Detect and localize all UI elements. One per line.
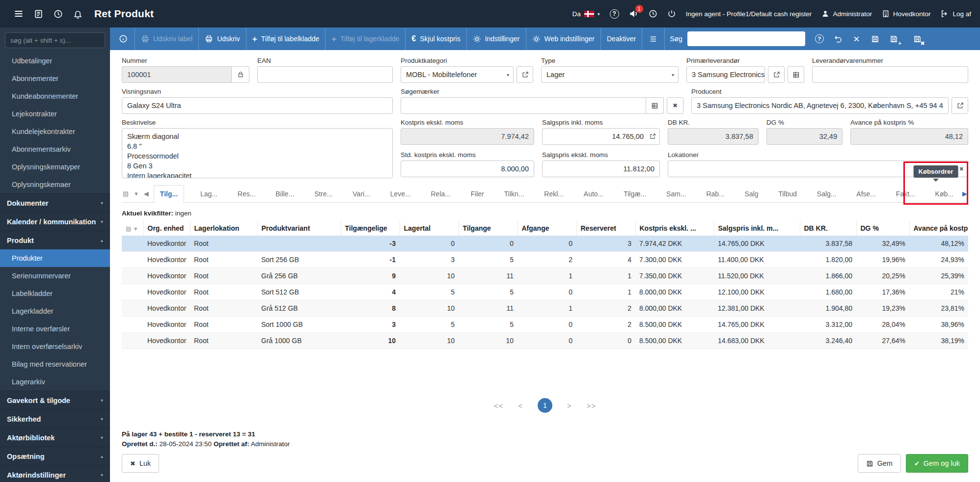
table-row[interactable]: Hovedkontor Root Sort 1000 GB 3 5 5 0 2 … bbox=[122, 317, 968, 333]
tab[interactable]: Afse... bbox=[852, 186, 880, 202]
help-button[interactable]: ? bbox=[610, 9, 619, 19]
save-record-button[interactable] bbox=[866, 27, 885, 50]
sidebar-search-input[interactable] bbox=[5, 32, 105, 48]
tab[interactable]: Tilg... bbox=[154, 185, 184, 203]
chevron-down-icon[interactable]: ▾ bbox=[940, 165, 943, 172]
sidebar-item[interactable]: Lejekontrakter bbox=[0, 105, 110, 123]
col-afgange[interactable]: Afgange bbox=[517, 221, 576, 236]
page-next-button[interactable]: > bbox=[567, 402, 572, 410]
salgspris-inkl-field[interactable] bbox=[542, 128, 660, 145]
table-row[interactable]: Hovedkontor Root Sort 512 GB 4 5 5 0 1 8… bbox=[122, 284, 968, 300]
produktkategori-select[interactable]: MOBL - Mobiltelefoner bbox=[401, 66, 514, 83]
add-to-stockdraft-button[interactable]: + Tilføj til lagerkladde bbox=[326, 27, 406, 50]
producent-field[interactable] bbox=[691, 97, 949, 114]
save-and-close-button-toolbar[interactable]: ✖ bbox=[908, 27, 927, 50]
sidebar-item[interactable]: Labelkladder bbox=[0, 285, 110, 302]
tab[interactable]: Stre... bbox=[310, 186, 336, 202]
sidebar-item[interactable]: Oplysningskemaer bbox=[0, 176, 110, 193]
clear-locations-icon[interactable]: ✖ bbox=[959, 165, 964, 172]
lokationer-field[interactable] bbox=[668, 161, 968, 177]
add-to-labeldraft-button[interactable]: + Tilføj til labelkladde bbox=[246, 27, 326, 50]
sidebar-item[interactable]: Produkter bbox=[0, 249, 110, 267]
sidebar-item[interactable]: Kalender / kommunikation ▾ bbox=[0, 212, 110, 231]
sidebar-item[interactable]: Intern overførselsarkiv bbox=[0, 338, 110, 355]
tab[interactable]: Køb... bbox=[931, 186, 957, 202]
deactivate-button[interactable]: Deaktiver bbox=[601, 27, 642, 50]
tab[interactable]: Salg bbox=[741, 186, 762, 202]
history-icon[interactable] bbox=[48, 0, 68, 27]
sidebar-item[interactable]: Opsætning ▴ bbox=[0, 447, 110, 465]
edit-supplier-button[interactable] bbox=[768, 66, 785, 83]
salgspris-ekskl-field[interactable] bbox=[542, 161, 660, 177]
sogemaerker-field[interactable] bbox=[401, 97, 646, 114]
table-row[interactable]: Hovedkontor Root Grå 512 GB 8 10 11 1 2 … bbox=[122, 300, 968, 317]
avance-field[interactable] bbox=[850, 128, 968, 145]
std-kostpris-field[interactable] bbox=[401, 161, 534, 177]
col-lagertal[interactable]: Lagertal bbox=[400, 221, 459, 236]
sidebar-item[interactable]: Kundeabonnementer bbox=[0, 87, 110, 105]
col-tilgange[interactable]: Tilgange bbox=[459, 221, 517, 236]
save-button[interactable]: Gem bbox=[858, 454, 901, 473]
col-avance[interactable]: Avance på kostp... bbox=[909, 221, 968, 236]
print-label-button[interactable]: Udskriv label bbox=[135, 27, 199, 50]
col-kostpris[interactable]: Kostpris ekskl. ... bbox=[635, 221, 714, 236]
edit-producer-button[interactable] bbox=[952, 97, 968, 114]
tab[interactable]: Auto... bbox=[580, 186, 607, 202]
sidebar-item[interactable]: Bilag med reservationer bbox=[0, 355, 110, 373]
grid-view-icon[interactable]: ▤ bbox=[123, 190, 129, 197]
table-grid-icon[interactable]: ▤ bbox=[126, 225, 131, 232]
tab[interactable]: Res... bbox=[234, 186, 260, 202]
page-prev-button[interactable]: < bbox=[518, 402, 523, 410]
tags-table-button[interactable] bbox=[646, 97, 664, 114]
primaerleverandor-select[interactable]: 3 Samsung Electronics N... bbox=[686, 66, 765, 83]
web-settings-button[interactable]: Web indstillinger bbox=[526, 27, 601, 50]
sidebar-item[interactable]: Gavekort & tilgode ▾ bbox=[0, 391, 110, 409]
clear-tags-button[interactable]: ✖ bbox=[667, 97, 683, 114]
tab[interactable]: Fakt... bbox=[892, 186, 919, 202]
col-org-enhed[interactable]: Org. enhed bbox=[143, 221, 190, 236]
col-salgspris[interactable]: Salgspris inkl. m... bbox=[714, 221, 800, 236]
sidebar-item[interactable]: Aktørindstillinger ▾ bbox=[0, 465, 110, 482]
sidebar-item[interactable]: Aktørbibliotek ▾ bbox=[0, 428, 110, 447]
table-row[interactable]: Hovedkontor Root -3 0 0 0 3 7.974,42 DKK… bbox=[122, 236, 968, 252]
tabs-scroll-right-icon[interactable]: ▶ bbox=[957, 190, 968, 202]
menu-icon[interactable] bbox=[9, 0, 28, 27]
office-menu[interactable]: Hovedkontor bbox=[882, 10, 931, 18]
save-and-close-button[interactable]: ✔ Gem og luk bbox=[906, 454, 968, 473]
tab[interactable]: Vari... bbox=[349, 186, 374, 202]
page-current[interactable]: 1 bbox=[538, 398, 552, 413]
tab[interactable]: Lag... bbox=[196, 186, 221, 202]
close-button[interactable]: ✖ Luk bbox=[122, 454, 159, 473]
dg-pct-field[interactable] bbox=[766, 128, 843, 145]
notifications-icon[interactable] bbox=[68, 0, 87, 27]
kostpris-field[interactable] bbox=[401, 128, 534, 145]
leverandorvarenummer-field[interactable] bbox=[812, 66, 968, 83]
sidebar-item[interactable]: Lagerarkiv bbox=[0, 373, 110, 391]
nummer-field[interactable] bbox=[122, 66, 232, 83]
logout-button[interactable]: Log af bbox=[940, 9, 971, 18]
save-and-new-button[interactable]: + bbox=[885, 27, 903, 50]
print-button[interactable]: Udskriv bbox=[199, 27, 246, 50]
register-icon[interactable] bbox=[28, 0, 48, 27]
db-kr-field[interactable] bbox=[668, 128, 759, 145]
col-tilgaengelige[interactable]: Tilgængelige bbox=[341, 221, 400, 236]
tab[interactable]: Rela... bbox=[427, 186, 454, 202]
sidebar-item[interactable]: Interne overførsler bbox=[0, 320, 110, 338]
settings-button[interactable]: Indstillinger bbox=[467, 27, 526, 50]
info-button[interactable] bbox=[112, 27, 135, 50]
toolbar-help-button[interactable]: ? bbox=[810, 27, 829, 50]
sidebar-item[interactable]: Abonnementer bbox=[0, 70, 110, 87]
sidebar-item[interactable]: Kundelejekontrakter bbox=[0, 123, 110, 140]
language-selector[interactable]: Da ▾ bbox=[572, 10, 599, 18]
table-row[interactable]: Hovedkontor Root Sort 256 GB -1 3 5 2 4 … bbox=[122, 252, 968, 268]
sidebar-item[interactable]: Sikkerhed ▾ bbox=[0, 409, 110, 428]
edit-price-button[interactable] bbox=[649, 133, 656, 140]
sidebar-item[interactable]: Oplysningskematyper bbox=[0, 158, 110, 176]
tab[interactable]: Leve... bbox=[386, 186, 415, 202]
tab[interactable]: Sam... bbox=[662, 186, 690, 202]
col-reserveret[interactable]: Reserveret bbox=[576, 221, 635, 236]
undo-button[interactable] bbox=[829, 27, 847, 50]
power-button[interactable] bbox=[667, 9, 676, 18]
toolbar-search-input[interactable] bbox=[687, 31, 805, 46]
close-record-button[interactable] bbox=[847, 27, 866, 50]
